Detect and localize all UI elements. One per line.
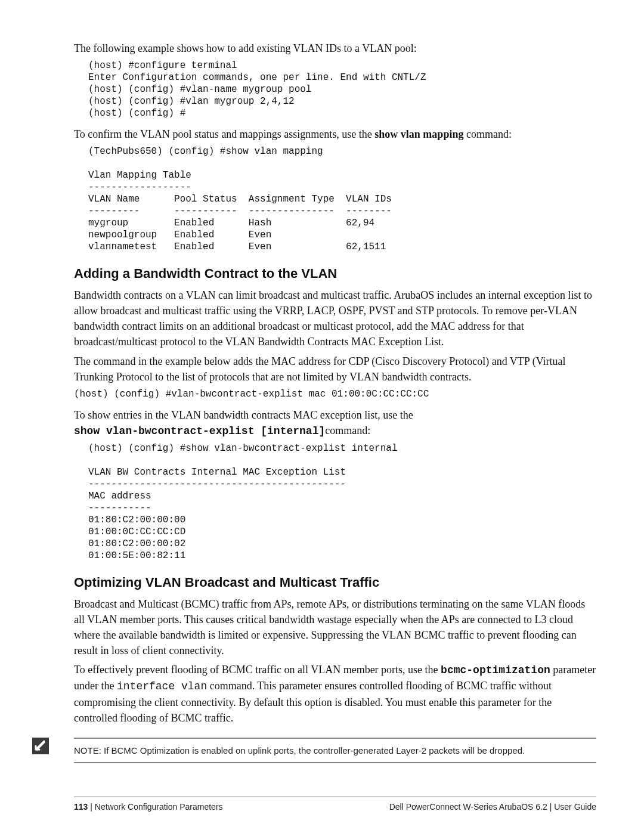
show-entries-command: show vlan-bwcontract-explist [internal]	[74, 425, 325, 437]
confirm-post: command:	[463, 128, 511, 140]
bcmc-optimization-param: bcmc-optimization	[441, 664, 550, 676]
code-block-configure: (host) #configure terminal Enter Configu…	[88, 60, 596, 119]
show-entries-suffix: command:	[325, 425, 370, 436]
note-icon	[32, 738, 66, 754]
confirm-text: To confirm the VLAN pool status and mapp…	[74, 126, 596, 142]
note-text: NOTE: If BCMC Optimization is enabled on…	[74, 738, 596, 764]
footer-product: Dell PowerConnect W-Series ArubaOS 6.2	[389, 802, 547, 812]
footer-left-sep: |	[88, 802, 94, 812]
confirm-command: show vlan mapping	[374, 128, 463, 140]
footer-right-sep: |	[547, 802, 554, 812]
code-block-bwcontract: (host) (config) #vlan-bwcontract-explist…	[74, 388, 596, 400]
intro-text: The following example shows how to add e…	[74, 41, 596, 56]
bcmc-paragraph-1: Broadcast and Multicast (BCMC) traffic f…	[74, 596, 596, 658]
footer-page-number: 113	[74, 802, 88, 812]
show-entries-line1: To show entries in the VLAN bandwidth co…	[74, 407, 596, 423]
note-block: NOTE: If BCMC Optimization is enabled on…	[74, 738, 596, 764]
interface-vlan-cmd: interface vlan	[117, 680, 207, 692]
heading-optimizing-bcmc: Optimizing VLAN Broadcast and Multicast …	[74, 575, 596, 590]
bcmc-p2-pre: To effectively prevent flooding of BCMC …	[74, 664, 441, 676]
bcmc-paragraph-2: To effectively prevent flooding of BCMC …	[74, 662, 596, 725]
confirm-pre: To confirm the VLAN pool status and mapp…	[74, 128, 374, 140]
bandwidth-paragraph-1: Bandwidth contracts on a VLAN can limit …	[74, 287, 596, 349]
bandwidth-paragraph-2: The command in the example below adds th…	[74, 354, 596, 385]
footer-left: 113 | Network Configuration Parameters	[74, 802, 223, 812]
footer-right: Dell PowerConnect W-Series ArubaOS 6.2 |…	[389, 802, 596, 812]
heading-bandwidth-contract: Adding a Bandwidth Contract to the VLAN	[74, 266, 596, 281]
page-footer: 113 | Network Configuration Parameters D…	[74, 797, 596, 812]
show-entries-line2: show vlan-bwcontract-explist [internal]c…	[74, 423, 596, 439]
footer-left-title: Network Configuration Parameters	[95, 802, 223, 812]
code-block-explist: (host) (config) #show vlan-bwcontract-ex…	[88, 442, 596, 562]
code-block-mapping: (TechPubs650) (config) #show vlan mappin…	[88, 145, 596, 253]
footer-guide: User Guide	[554, 802, 596, 812]
